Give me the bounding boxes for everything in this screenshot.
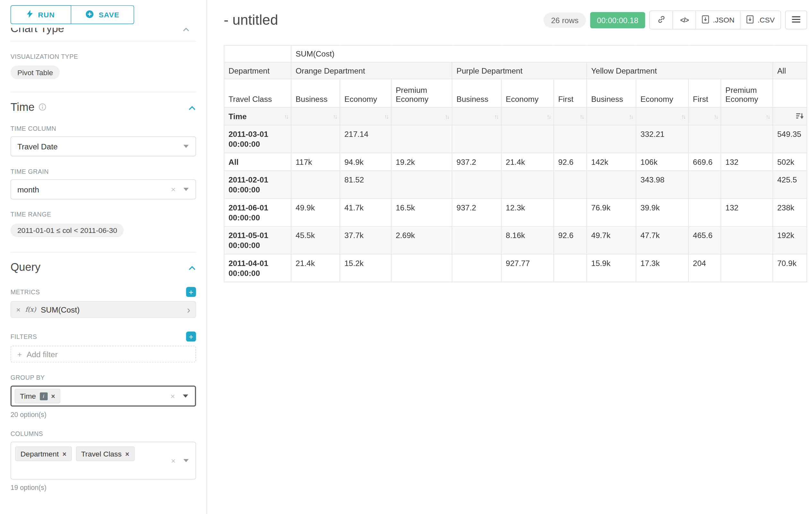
group-by-option-count: 20 option(s) bbox=[10, 411, 196, 418]
sort-cell: ↑↓ bbox=[340, 107, 391, 125]
add-filter-button[interactable]: + Add filter bbox=[10, 346, 196, 362]
row-header: 2011-06-01 00:00:00 bbox=[224, 198, 291, 226]
chevron-down-icon bbox=[183, 188, 189, 191]
collapse-chevron-icon[interactable] bbox=[188, 261, 196, 273]
sort-icon[interactable]: ↑↓ bbox=[284, 113, 288, 119]
column-header: Premium Economy bbox=[391, 79, 452, 107]
action-buttons: RUN SAVE bbox=[10, 5, 196, 24]
save-button[interactable]: SAVE bbox=[71, 5, 134, 24]
export-json-label: .JSON bbox=[713, 16, 734, 24]
pivot-cell bbox=[391, 125, 452, 153]
sort-cell: ↑↓ bbox=[587, 107, 636, 125]
columns-option-count: 19 option(s) bbox=[10, 484, 196, 491]
sort-icon[interactable]: ↑↓ bbox=[384, 113, 388, 119]
column-tag-label: Department bbox=[21, 450, 59, 458]
query-timer-badge: 00:00:00.18 bbox=[590, 12, 645, 28]
clear-icon[interactable]: × bbox=[170, 391, 175, 401]
add-filter-icon[interactable]: + bbox=[186, 331, 196, 342]
export-csv-label: .CSV bbox=[757, 16, 775, 24]
visualization-type-value[interactable]: Pivot Table bbox=[10, 65, 60, 79]
clear-icon[interactable]: × bbox=[171, 185, 176, 194]
run-button[interactable]: RUN bbox=[10, 5, 71, 24]
pivot-cell bbox=[391, 254, 452, 282]
table-row: 2011-05-01 00:00:0045.5k37.7k2.69k8.16k9… bbox=[224, 226, 807, 254]
pivot-cell: 41.7k bbox=[340, 198, 391, 226]
plus-icon: + bbox=[17, 350, 22, 358]
pivot-cell bbox=[291, 171, 340, 199]
pivot-cell: 21.4k bbox=[291, 254, 340, 282]
export-csv-button[interactable]: .CSV bbox=[741, 11, 781, 29]
pivot-cell: 465.6 bbox=[689, 226, 721, 254]
pivot-cell: 204 bbox=[689, 254, 721, 282]
view-query-button[interactable]: </> bbox=[673, 11, 696, 29]
table-row: All117k94.9k19.2k937.221.4k92.6142k106k6… bbox=[224, 153, 807, 171]
remove-icon[interactable]: × bbox=[125, 450, 129, 457]
pivot-cell: 937.2 bbox=[452, 153, 501, 171]
sort-cell bbox=[773, 107, 807, 125]
clear-icon[interactable]: × bbox=[171, 456, 176, 465]
column-header: Business bbox=[291, 79, 340, 107]
row-header: 2011-05-01 00:00:00 bbox=[224, 226, 291, 254]
sort-cell: ↑↓ bbox=[501, 107, 554, 125]
chevron-right-icon[interactable]: › bbox=[187, 304, 190, 315]
column-tag-label: Travel Class bbox=[81, 450, 122, 458]
sort-icon[interactable]: ↑↓ bbox=[445, 113, 448, 119]
chart-type-heading: Chart Type bbox=[10, 28, 64, 35]
columns-select-values: Department×Travel Class× bbox=[15, 447, 135, 461]
query-section-title: Query bbox=[10, 261, 40, 273]
pivot-cell: 669.6 bbox=[689, 153, 721, 171]
table-row: 2011-06-01 00:00:0049.9k41.7k16.5k937.21… bbox=[224, 198, 807, 226]
pivot-table: SUM(Cost) Department Orange Department P… bbox=[224, 45, 807, 282]
export-json-button[interactable]: .JSON bbox=[696, 11, 741, 29]
time-range-value[interactable]: 2011-01-01 ≤ col < 2011-06-30 bbox=[10, 224, 124, 237]
remove-icon[interactable]: × bbox=[51, 392, 55, 400]
pivot-cell: 238k bbox=[773, 198, 807, 226]
sort-icon[interactable]: ↑↓ bbox=[714, 113, 717, 119]
pivot-cell: 192k bbox=[773, 226, 807, 254]
pivot-cell: 45.5k bbox=[291, 226, 340, 254]
pivot-cell: 106k bbox=[636, 153, 689, 171]
pivot-cell: 132 bbox=[721, 198, 773, 226]
group-by-select[interactable]: Time i × × bbox=[10, 385, 196, 406]
pivot-cell: 15.9k bbox=[587, 254, 636, 282]
add-metric-icon[interactable]: + bbox=[186, 287, 196, 297]
superset-explore: RUN SAVE Chart Type VISUALIZATION TYPE P… bbox=[0, 0, 812, 514]
share-link-button[interactable] bbox=[650, 11, 673, 29]
pivot-cell: 132 bbox=[721, 153, 773, 171]
metric-option[interactable]: × f(x) SUM(Cost) › bbox=[10, 301, 196, 318]
filters-label: FILTERS bbox=[10, 333, 37, 340]
time-column-select[interactable]: Travel Date bbox=[10, 137, 196, 157]
sort-icon[interactable]: ↑↓ bbox=[766, 113, 769, 119]
sort-cell: ↑↓ bbox=[721, 107, 773, 125]
chevron-up-icon[interactable] bbox=[182, 28, 190, 34]
column-header-empty bbox=[773, 79, 807, 107]
column-header: Economy bbox=[340, 79, 391, 107]
sort-desc-icon[interactable] bbox=[796, 112, 804, 120]
pivot-cell: 142k bbox=[587, 153, 636, 171]
sort-icon[interactable]: ↑↓ bbox=[629, 113, 633, 119]
collapse-chevron-icon[interactable] bbox=[188, 101, 196, 113]
pivot-cell bbox=[721, 226, 773, 254]
column-group-header: Orange Department bbox=[291, 62, 452, 79]
columns-select[interactable]: Department×Travel Class× × bbox=[10, 442, 196, 480]
sort-icon[interactable]: ↑↓ bbox=[333, 113, 336, 119]
sort-icon[interactable]: ↑↓ bbox=[494, 113, 498, 119]
pivot-cell: 343.98 bbox=[636, 171, 689, 199]
metric-header: SUM(Cost) bbox=[291, 45, 807, 62]
pivot-table-wrap: SUM(Cost) Department Orange Department P… bbox=[224, 45, 807, 282]
sort-cell: ↑↓ bbox=[636, 107, 689, 125]
remove-metric-icon[interactable]: × bbox=[17, 305, 21, 314]
chevron-down-icon bbox=[183, 395, 188, 398]
pivot-cell: 21.4k bbox=[501, 153, 554, 171]
more-options-button[interactable] bbox=[785, 10, 807, 30]
sort-icon[interactable]: ↑↓ bbox=[547, 113, 550, 119]
sort-icon[interactable]: ↑↓ bbox=[580, 113, 583, 119]
info-icon: i bbox=[39, 392, 47, 400]
chart-header-actions: 26 rows 00:00:00.18 </> bbox=[544, 10, 807, 30]
time-grain-select[interactable]: month × bbox=[10, 179, 196, 199]
sort-icon[interactable]: ↑↓ bbox=[682, 113, 685, 119]
pivot-cell: 8.16k bbox=[501, 226, 554, 254]
info-icon bbox=[39, 101, 46, 113]
group-by-values: Time i × bbox=[15, 389, 60, 404]
remove-icon[interactable]: × bbox=[63, 450, 66, 457]
